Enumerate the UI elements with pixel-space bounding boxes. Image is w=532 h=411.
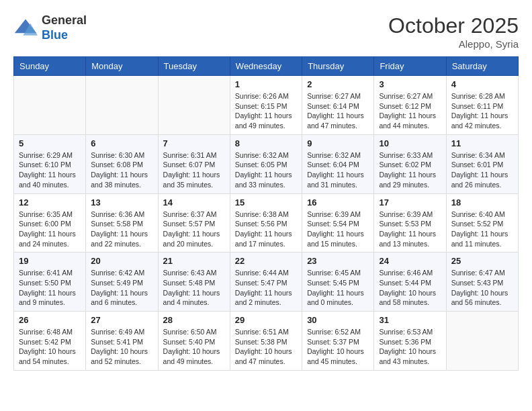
day-cell: 7Sunrise: 6:31 AM Sunset: 6:07 PM Daylig… [158,134,230,193]
day-number: 3 [379,79,441,89]
day-cell: 1Sunrise: 6:26 AM Sunset: 6:15 PM Daylig… [230,76,302,135]
day-cell [158,76,230,135]
day-info: Sunrise: 6:38 AM Sunset: 5:56 PM Dayligh… [235,210,297,249]
day-info: Sunrise: 6:48 AM Sunset: 5:42 PM Dayligh… [19,327,81,367]
day-info: Sunrise: 6:51 AM Sunset: 5:38 PM Dayligh… [235,327,297,367]
day-info: Sunrise: 6:34 AM Sunset: 6:01 PM Dayligh… [451,150,513,190]
day-number: 10 [379,138,441,148]
day-info: Sunrise: 6:47 AM Sunset: 5:43 PM Dayligh… [451,268,513,308]
weekday-header-thursday: Thursday [302,57,374,76]
day-info: Sunrise: 6:45 AM Sunset: 5:45 PM Dayligh… [307,268,369,308]
weekday-header-row: SundayMondayTuesdayWednesdayThursdayFrid… [14,57,519,76]
day-number: 23 [307,256,369,266]
weekday-header-friday: Friday [374,57,446,76]
day-info: Sunrise: 6:41 AM Sunset: 5:50 PM Dayligh… [19,268,81,308]
day-cell: 18Sunrise: 6:40 AM Sunset: 5:52 PM Dayli… [446,193,518,253]
day-cell: 6Sunrise: 6:30 AM Sunset: 6:08 PM Daylig… [86,134,158,193]
day-cell: 15Sunrise: 6:38 AM Sunset: 5:56 PM Dayli… [230,193,302,253]
day-info: Sunrise: 6:49 AM Sunset: 5:41 PM Dayligh… [91,327,152,367]
week-row-4: 19Sunrise: 6:41 AM Sunset: 5:50 PM Dayli… [14,253,519,312]
day-cell: 27Sunrise: 6:49 AM Sunset: 5:41 PM Dayli… [86,312,158,371]
week-row-3: 12Sunrise: 6:35 AM Sunset: 6:00 PM Dayli… [14,193,519,253]
day-info: Sunrise: 6:30 AM Sunset: 6:08 PM Dayligh… [91,150,152,190]
day-number: 1 [235,79,297,89]
day-number: 9 [307,138,369,148]
day-cell: 30Sunrise: 6:52 AM Sunset: 5:37 PM Dayli… [302,312,374,371]
day-info: Sunrise: 6:26 AM Sunset: 6:15 PM Dayligh… [235,91,297,131]
logo-icon [13,16,38,40]
day-info: Sunrise: 6:43 AM Sunset: 5:48 PM Dayligh… [163,268,225,308]
weekday-header-sunday: Sunday [14,57,86,76]
day-cell: 29Sunrise: 6:51 AM Sunset: 5:38 PM Dayli… [230,312,302,371]
day-number: 6 [91,138,152,148]
page-header: General Blue October 2025 Aleppo, Syria [13,13,519,50]
day-number: 30 [307,315,369,325]
day-number: 20 [91,256,152,266]
day-info: Sunrise: 6:42 AM Sunset: 5:49 PM Dayligh… [91,268,152,308]
weekday-header-wednesday: Wednesday [230,57,302,76]
location: Aleppo, Syria [388,38,519,50]
day-info: Sunrise: 6:37 AM Sunset: 5:57 PM Dayligh… [163,210,225,249]
week-row-2: 5Sunrise: 6:29 AM Sunset: 6:10 PM Daylig… [14,134,519,193]
day-cell [446,312,518,371]
day-number: 4 [451,79,513,89]
day-cell: 21Sunrise: 6:43 AM Sunset: 5:48 PM Dayli… [158,253,230,312]
day-number: 13 [91,197,152,208]
week-row-5: 26Sunrise: 6:48 AM Sunset: 5:42 PM Dayli… [14,312,519,371]
day-cell: 2Sunrise: 6:27 AM Sunset: 6:14 PM Daylig… [302,76,374,135]
day-number: 22 [235,256,297,266]
day-number: 31 [379,315,441,325]
day-number: 24 [379,256,441,266]
day-cell: 24Sunrise: 6:46 AM Sunset: 5:44 PM Dayli… [374,253,446,312]
day-number: 7 [163,138,225,148]
day-number: 28 [163,315,225,325]
week-row-1: 1Sunrise: 6:26 AM Sunset: 6:15 PM Daylig… [14,76,519,135]
day-info: Sunrise: 6:28 AM Sunset: 6:11 PM Dayligh… [451,91,513,131]
day-info: Sunrise: 6:50 AM Sunset: 5:40 PM Dayligh… [163,327,225,367]
logo-text: General Blue [42,13,87,42]
day-number: 21 [163,256,225,266]
day-info: Sunrise: 6:39 AM Sunset: 5:54 PM Dayligh… [307,210,369,249]
month-title: October 2025 [388,13,519,38]
title-block: October 2025 Aleppo, Syria [388,13,519,50]
day-number: 5 [19,138,81,148]
day-number: 25 [451,256,513,266]
day-number: 17 [379,197,441,208]
day-cell: 13Sunrise: 6:36 AM Sunset: 5:58 PM Dayli… [86,193,158,253]
day-cell: 19Sunrise: 6:41 AM Sunset: 5:50 PM Dayli… [14,253,86,312]
day-info: Sunrise: 6:27 AM Sunset: 6:14 PM Dayligh… [307,91,369,131]
day-cell: 9Sunrise: 6:32 AM Sunset: 6:04 PM Daylig… [302,134,374,193]
day-number: 15 [235,197,297,208]
day-cell [14,76,86,135]
day-info: Sunrise: 6:53 AM Sunset: 5:36 PM Dayligh… [379,327,441,367]
day-cell: 26Sunrise: 6:48 AM Sunset: 5:42 PM Dayli… [14,312,86,371]
weekday-header-saturday: Saturday [446,57,518,76]
day-cell: 20Sunrise: 6:42 AM Sunset: 5:49 PM Dayli… [86,253,158,312]
day-cell: 28Sunrise: 6:50 AM Sunset: 5:40 PM Dayli… [158,312,230,371]
day-info: Sunrise: 6:27 AM Sunset: 6:12 PM Dayligh… [379,91,441,131]
day-info: Sunrise: 6:33 AM Sunset: 6:02 PM Dayligh… [379,150,441,190]
logo: General Blue [13,13,87,42]
day-cell: 3Sunrise: 6:27 AM Sunset: 6:12 PM Daylig… [374,76,446,135]
day-info: Sunrise: 6:44 AM Sunset: 5:47 PM Dayligh… [235,268,297,308]
day-cell: 25Sunrise: 6:47 AM Sunset: 5:43 PM Dayli… [446,253,518,312]
day-cell: 16Sunrise: 6:39 AM Sunset: 5:54 PM Dayli… [302,193,374,253]
day-cell: 22Sunrise: 6:44 AM Sunset: 5:47 PM Dayli… [230,253,302,312]
day-cell: 10Sunrise: 6:33 AM Sunset: 6:02 PM Dayli… [374,134,446,193]
day-info: Sunrise: 6:46 AM Sunset: 5:44 PM Dayligh… [379,268,441,308]
day-cell: 17Sunrise: 6:39 AM Sunset: 5:53 PM Dayli… [374,193,446,253]
day-number: 2 [307,79,369,89]
day-number: 14 [163,197,225,208]
day-cell: 12Sunrise: 6:35 AM Sunset: 6:00 PM Dayli… [14,193,86,253]
day-number: 18 [451,197,513,208]
day-info: Sunrise: 6:32 AM Sunset: 6:04 PM Dayligh… [307,150,369,190]
day-cell: 11Sunrise: 6:34 AM Sunset: 6:01 PM Dayli… [446,134,518,193]
day-cell: 31Sunrise: 6:53 AM Sunset: 5:36 PM Dayli… [374,312,446,371]
day-info: Sunrise: 6:32 AM Sunset: 6:05 PM Dayligh… [235,150,297,190]
day-number: 16 [307,197,369,208]
day-number: 19 [19,256,81,266]
day-number: 27 [91,315,152,325]
day-info: Sunrise: 6:29 AM Sunset: 6:10 PM Dayligh… [19,150,81,190]
day-cell: 14Sunrise: 6:37 AM Sunset: 5:57 PM Dayli… [158,193,230,253]
day-info: Sunrise: 6:31 AM Sunset: 6:07 PM Dayligh… [163,150,225,190]
